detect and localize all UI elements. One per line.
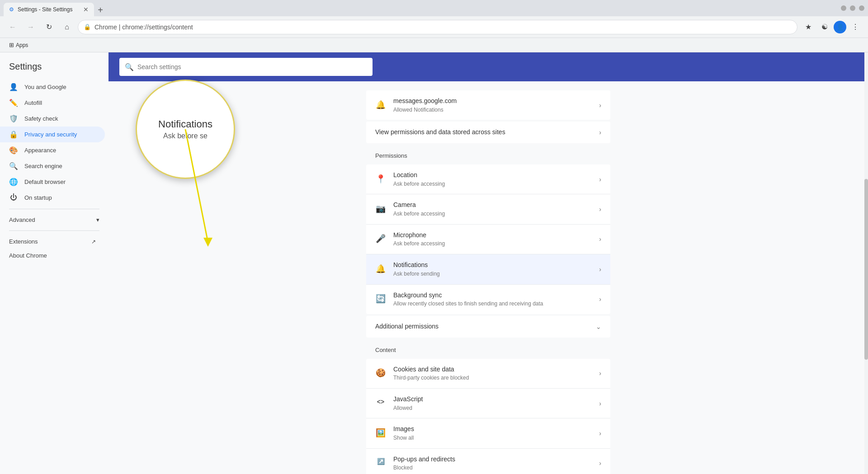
forward-button[interactable]: →	[24, 20, 38, 34]
view-permissions-card: View permissions and data stored across …	[366, 122, 610, 143]
browser-frame: ⚙ Settings - Site Settings ✕ + ← → ↻ ⌂ 🔒…	[0, 0, 868, 474]
sidebar-label-startup: On startup	[24, 194, 52, 201]
apps-bookmark[interactable]: ⊞ Apps	[5, 40, 32, 50]
scrollbar-thumb[interactable]	[864, 179, 868, 360]
sidebar-label-safety: Safety check	[24, 115, 58, 122]
location-row[interactable]: 📍 Location Ask before accessing ›	[366, 164, 610, 194]
sidebar-item-search-engine[interactable]: 🔍 Search engine	[0, 158, 105, 174]
camera-icon: 📷	[375, 204, 386, 215]
close-button[interactable]	[859, 5, 864, 11]
refresh-button[interactable]: ↻	[42, 20, 56, 34]
microphone-subtitle: Ask before accessing	[393, 240, 592, 248]
sidebar-label-autofill: Autofill	[24, 99, 42, 106]
images-text: Images Show all	[393, 425, 592, 441]
camera-row[interactable]: 📷 Camera Ask before accessing ›	[366, 194, 610, 224]
sidebar-item-default-browser[interactable]: 🌐 Default browser	[0, 174, 105, 190]
tab-close-button[interactable]: ✕	[83, 6, 89, 13]
bell-icon: 🔔	[375, 264, 386, 275]
javascript-title: JavaScript	[393, 395, 592, 404]
cookies-title: Cookies and site data	[393, 365, 592, 374]
content-card: 🍪 Cookies and site data Third-party cook…	[366, 359, 610, 474]
sidebar-label-appearance: Appearance	[24, 147, 56, 154]
messages-google-row[interactable]: 🔔 messages.google.com Allowed Notificati…	[366, 90, 610, 120]
sidebar-divider	[9, 209, 99, 209]
bookmark-button[interactable]: ★	[801, 20, 816, 34]
images-arrow-icon: ›	[599, 430, 601, 437]
person-icon: 👤	[9, 83, 18, 91]
new-tab-button[interactable]: +	[94, 4, 107, 16]
apps-label: Apps	[16, 42, 28, 48]
view-permissions-text: View permissions and data stored across …	[375, 128, 592, 137]
notifications-arrow-icon: ›	[599, 266, 601, 273]
sidebar-header: Settings	[0, 58, 108, 79]
content-section-title: Content	[366, 339, 610, 357]
sidebar-advanced-section[interactable]: Advanced ▾	[0, 213, 108, 227]
location-text: Location Ask before accessing	[393, 171, 592, 188]
sidebar-item-appearance[interactable]: 🎨 Appearance	[0, 142, 105, 158]
chevron-down-icon: ▾	[96, 216, 99, 223]
extensions-button[interactable]: ☯	[817, 20, 832, 34]
magnifier-overlay: Notifications Ask before se	[136, 80, 235, 179]
sidebar-divider-2	[9, 230, 99, 231]
menu-button[interactable]: ⋮	[848, 20, 863, 34]
active-tab[interactable]: ⚙ Settings - Site Settings ✕	[4, 3, 94, 16]
tab-favicon: ⚙	[9, 6, 14, 13]
sidebar-item-about-chrome[interactable]: About Chrome	[0, 249, 105, 263]
images-row[interactable]: 🖼️ Images Show all ›	[366, 418, 610, 448]
cookies-icon: 🍪	[375, 368, 386, 379]
profile-button[interactable]: 👤	[834, 21, 846, 33]
javascript-icon: <>	[375, 398, 386, 409]
additional-perms-text: Additional permissions	[375, 322, 589, 331]
cookies-arrow-icon: ›	[599, 370, 601, 377]
external-link-icon: ↗	[91, 239, 96, 245]
sidebar-label-privacy: Privacy and security	[24, 131, 77, 138]
view-permissions-row[interactable]: View permissions and data stored across …	[366, 122, 610, 143]
tab-title: Settings - Site Settings	[18, 6, 72, 13]
sidebar-item-safety-check[interactable]: 🛡️ Safety check	[0, 111, 105, 127]
additional-permissions-row[interactable]: Additional permissions ⌄	[366, 316, 610, 338]
microphone-row[interactable]: 🎤 Microphone Ask before accessing ›	[366, 225, 610, 254]
main-panel: 🔍 🔔 messages.google.com Allowed Notifica…	[108, 52, 868, 474]
view-permissions-label: View permissions and data stored across …	[375, 128, 592, 137]
microphone-icon: 🎤	[375, 234, 386, 244]
appearance-icon: 🎨	[9, 146, 18, 155]
popups-row[interactable]: ↗️ Pop-ups and redirects Blocked ›	[366, 449, 610, 474]
sidebar-item-extensions[interactable]: Extensions ↗	[0, 235, 105, 249]
javascript-subtitle: Allowed	[393, 404, 592, 412]
microphone-title: Microphone	[393, 231, 592, 240]
camera-text: Camera Ask before accessing	[393, 201, 592, 217]
popups-subtitle: Blocked	[393, 464, 592, 472]
address-bar[interactable]: 🔒 Chrome | chrome://settings/content	[78, 20, 797, 34]
search-box[interactable]: 🔍	[119, 58, 373, 76]
cookies-text: Cookies and site data Third-party cookie…	[393, 365, 592, 382]
sidebar: Settings 👤 You and Google ✏️ Autofill 🛡️…	[0, 52, 108, 474]
browser-icon: 🌐	[9, 178, 18, 186]
lock-nav-icon: 🔒	[9, 130, 18, 139]
background-sync-text: Background sync Allow recently closed si…	[393, 291, 592, 308]
background-sync-row[interactable]: 🔄 Background sync Allow recently closed …	[366, 285, 610, 314]
restore-button[interactable]	[850, 5, 855, 11]
popups-title: Pop-ups and redirects	[393, 455, 592, 464]
sidebar-item-autofill[interactable]: ✏️ Autofill	[0, 95, 105, 111]
camera-title: Camera	[393, 201, 592, 210]
sidebar-item-privacy-security[interactable]: 🔒 Privacy and security	[0, 127, 105, 142]
background-sync-title: Background sync	[393, 291, 592, 300]
home-button[interactable]: ⌂	[60, 20, 74, 34]
messages-title: messages.google.com	[393, 97, 592, 106]
minimize-button[interactable]	[841, 5, 846, 11]
sidebar-item-you-and-google[interactable]: 👤 You and Google	[0, 79, 105, 95]
search-nav-icon: 🔍	[9, 162, 18, 170]
sidebar-item-on-startup[interactable]: ⏻ On startup	[0, 190, 105, 205]
location-icon: 📍	[375, 174, 386, 185]
search-input[interactable]	[137, 63, 367, 70]
javascript-row[interactable]: <> JavaScript Allowed ›	[366, 389, 610, 418]
back-button[interactable]: ←	[5, 20, 20, 34]
images-title: Images	[393, 425, 592, 434]
view-perms-arrow-icon: ›	[599, 129, 601, 136]
top-site-card: 🔔 messages.google.com Allowed Notificati…	[366, 90, 610, 120]
notifications-row[interactable]: 🔔 Notifications Ask before sending ›	[366, 254, 610, 284]
images-subtitle: Show all	[393, 434, 592, 442]
sidebar-label-browser: Default browser	[24, 178, 66, 185]
cookies-row[interactable]: 🍪 Cookies and site data Third-party cook…	[366, 359, 610, 389]
apps-icon: ⊞	[9, 42, 14, 48]
